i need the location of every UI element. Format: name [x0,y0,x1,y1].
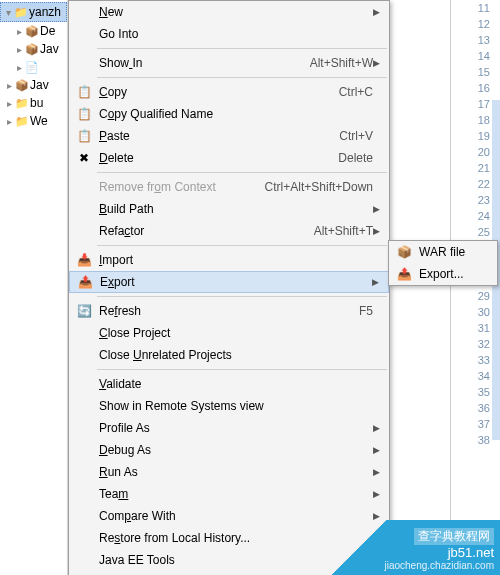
menu-item-go-into[interactable]: Go Into [69,23,389,45]
menu-item-validate[interactable]: Validate [69,373,389,395]
tree-item[interactable]: ▸📁bu [0,94,67,112]
item-icon: 📄 [24,59,40,75]
submenu-arrow-icon: ▶ [373,489,383,499]
menu-item-paste[interactable]: 📋PasteCtrl+V [69,125,389,147]
menu-item-copy[interactable]: 📋CopyCtrl+C [69,81,389,103]
menu-item-new[interactable]: New▶ [69,1,389,23]
expand-icon[interactable]: ▾ [3,7,13,18]
tree-item[interactable]: ▸📦Jav [0,76,67,94]
project-icon: 📁 [13,4,29,20]
menu-item-refresh[interactable]: 🔄RefreshF5 [69,300,389,322]
context-menu[interactable]: New▶Go IntoShow InAlt+Shift+W▶📋CopyCtrl+… [68,0,390,575]
menu-separator [97,77,387,78]
menu-icon: ✖ [73,151,95,165]
item-icon: 📦 [24,41,40,57]
menu-icon: 📦 [393,245,415,259]
watermark-line2: jiaocheng.chazidian.com [384,560,494,571]
menu-icon: 🔄 [73,304,95,318]
menu-label: Validate [95,377,365,391]
menu-item-profile-as[interactable]: Profile As▶ [69,417,389,439]
menu-item-show-in-remote-systems-view[interactable]: Show in Remote Systems view [69,395,389,417]
menu-item-remove-from-context: Remove from ContextCtrl+Alt+Shift+Down [69,176,389,198]
menu-icon: 📋 [73,107,95,121]
project-explorer[interactable]: ▾ 📁 yanzh ▸📦De▸📦Jav▸📄▸📦Jav▸📁bu▸📁We [0,0,68,575]
menu-label: Restore from Local History... [95,531,365,545]
menu-label: Close Unrelated Projects [95,348,365,362]
menu-label: Remove from Context [95,180,257,194]
expand-icon[interactable]: ▸ [4,80,14,91]
menu-item-show-in[interactable]: Show InAlt+Shift+W▶ [69,52,389,74]
submenu-arrow-icon: ▶ [373,445,383,455]
menu-item-team[interactable]: Team▶ [69,483,389,505]
menu-label: Build Path [95,202,365,216]
menu-label: Show in Remote Systems view [95,399,365,413]
menu-item-close-project[interactable]: Close Project [69,322,389,344]
tree-item[interactable]: ▸📄 [0,58,67,76]
menu-label: Refresh [95,304,351,318]
menu-shortcut: Delete [330,151,373,165]
menu-shortcut: Ctrl+C [331,85,373,99]
menu-label: Copy Qualified Name [95,107,365,121]
menu-label: Team [95,487,365,501]
expand-icon[interactable]: ▸ [14,26,24,37]
tree-root-selected[interactable]: ▾ 📁 yanzh [0,2,67,22]
watermark-badge: 查字典教程网 [414,528,494,545]
menu-separator [97,172,387,173]
item-icon: 📦 [14,77,30,93]
menu-shortcut: Ctrl+V [331,129,373,143]
tree-item-label: bu [30,96,43,110]
item-icon: 📁 [14,113,30,129]
menu-icon: 📤 [74,275,96,289]
tree-root-label: yanzh [29,5,61,19]
menu-item-copy-qualified-name[interactable]: 📋Copy Qualified Name [69,103,389,125]
expand-icon[interactable]: ▸ [4,98,14,109]
menu-label: Paste [95,129,331,143]
menu-item-delete[interactable]: ✖DeleteDelete [69,147,389,169]
menu-shortcut: Alt+Shift+T [306,224,373,238]
line-number: 14 [451,48,500,64]
expand-icon[interactable]: ▸ [14,62,24,73]
menu-separator [97,296,387,297]
menu-icon: 📋 [73,129,95,143]
tree-item-label: De [40,24,55,38]
menu-label: Compare With [95,509,365,523]
tree-item[interactable]: ▸📦De [0,22,67,40]
menu-icon: 📥 [73,253,95,267]
menu-separator [97,48,387,49]
menu-shortcut: F5 [351,304,373,318]
menu-item-build-path[interactable]: Build Path▶ [69,198,389,220]
menu-item-close-unrelated-projects[interactable]: Close Unrelated Projects [69,344,389,366]
submenu-arrow-icon: ▶ [373,423,383,433]
submenu-arrow-icon: ▶ [373,7,383,17]
submenu-arrow-icon: ▶ [373,204,383,214]
watermark: 查字典教程网 jb51.net jiaocheng.chazidian.com [330,520,500,575]
menu-label: WAR file [415,245,491,259]
tree-item[interactable]: ▸📁We [0,112,67,130]
submenu-item-war-file[interactable]: 📦WAR file [389,241,497,263]
menu-item-import[interactable]: 📥Import [69,249,389,271]
menu-label: Profile As [95,421,365,435]
menu-label: Copy [95,85,331,99]
expand-icon[interactable]: ▸ [14,44,24,55]
line-number: 16 [451,80,500,96]
menu-item-export[interactable]: 📤Export▶ [69,271,389,293]
submenu-arrow-icon: ▶ [373,58,383,68]
menu-label: Java EE Tools [95,553,365,567]
submenu-item-export-[interactable]: 📤Export... [389,263,497,285]
line-number: 12 [451,16,500,32]
menu-item-run-as[interactable]: Run As▶ [69,461,389,483]
watermark-line1: jb51.net [448,545,494,560]
item-icon: 📦 [24,23,40,39]
editor-line-gutter: 1112131415161718192021222324252627282930… [450,0,500,575]
submenu-arrow-icon: ▶ [373,467,383,477]
line-number: 13 [451,32,500,48]
export-submenu[interactable]: 📦WAR file📤Export... [388,240,498,286]
menu-icon: 📤 [393,267,415,281]
menu-item-debug-as[interactable]: Debug As▶ [69,439,389,461]
menu-label: Run As [95,465,365,479]
expand-icon[interactable]: ▸ [4,116,14,127]
menu-item-refactor[interactable]: RefactorAlt+Shift+T▶ [69,220,389,242]
menu-shortcut: Ctrl+Alt+Shift+Down [257,180,373,194]
menu-label: Refactor [95,224,306,238]
tree-item[interactable]: ▸📦Jav [0,40,67,58]
